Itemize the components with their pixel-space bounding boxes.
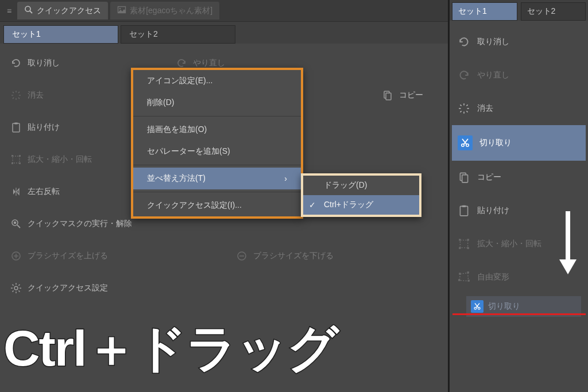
tab-set2-left[interactable]: セット2 (121, 25, 235, 44)
svg-rect-57 (459, 273, 461, 274)
svg-rect-60 (468, 280, 470, 281)
svg-rect-51 (462, 205, 466, 207)
tab-materials[interactable]: 素材[egacoちゃん素材] (110, 2, 219, 20)
scissors-icon (471, 300, 483, 313)
tab-quick-access-label: クイックアクセス (37, 6, 101, 16)
menu-add-separator[interactable]: セパレーターを追加(S) (133, 141, 301, 162)
paste-icon (10, 122, 22, 133)
action-redo-label: やり直し (193, 58, 225, 68)
hamburger-icon[interactable]: ≡ (3, 6, 15, 15)
submenu-ctrl-drag[interactable]: ✓ Ctrl+ドラッグ (303, 195, 419, 215)
copy-icon (382, 90, 393, 101)
svg-rect-52 (460, 240, 467, 247)
tab-set1-left[interactable]: セット1 (3, 25, 118, 44)
r-undo[interactable]: 取り消し (452, 25, 586, 59)
svg-rect-16 (13, 156, 20, 163)
svg-rect-19 (11, 162, 13, 164)
menu-add-draw-color[interactable]: 描画色を追加(O) (133, 119, 301, 141)
svg-line-33 (18, 290, 20, 292)
svg-rect-13 (386, 93, 391, 100)
r-clear[interactable]: 消去 (452, 92, 586, 125)
svg-line-10 (18, 92, 20, 93)
svg-rect-58 (467, 271, 469, 273)
action-undo-label: 取り消し (28, 58, 60, 68)
svg-line-40 (460, 104, 461, 106)
action-brush-up-label: ブラシサイズを上げる (28, 251, 108, 261)
svg-rect-50 (460, 206, 467, 216)
free-transform-icon (458, 271, 470, 284)
r-copy[interactable]: コピー (452, 161, 586, 194)
drag-ghost-label: 切り取り (488, 301, 520, 312)
paste-icon (458, 204, 470, 217)
svg-line-9 (18, 98, 20, 99)
scissors-icon (458, 135, 473, 150)
svg-point-3 (119, 8, 121, 10)
tab-set1-right[interactable]: セット1 (452, 2, 517, 21)
r-cut[interactable]: 切り取り (452, 125, 586, 161)
svg-line-8 (13, 92, 14, 93)
down-arrow-icon (556, 209, 580, 278)
svg-rect-49 (462, 175, 468, 183)
action-brush-down[interactable]: ブラシサイズを下げる (233, 240, 441, 272)
svg-rect-56 (467, 247, 469, 249)
tab-set2-right[interactable]: セット2 (521, 2, 586, 21)
submenu-drag[interactable]: ドラッグ(D) (303, 176, 419, 195)
svg-rect-18 (19, 155, 21, 157)
action-clear-label: 消去 (28, 90, 44, 100)
check-icon: ✓ (309, 200, 316, 209)
undo-icon (10, 57, 22, 69)
tab-materials-label: 素材[egacoちゃん素材] (130, 6, 212, 16)
r-copy-label: コピー (477, 172, 501, 183)
redo-icon (458, 69, 470, 81)
svg-line-35 (13, 290, 14, 292)
tab-quick-access[interactable]: クイックアクセス (17, 2, 108, 20)
clear-icon (458, 102, 470, 115)
brush-up-icon (10, 250, 22, 262)
brush-down-icon (236, 250, 247, 262)
r-cut-label: 切り取り (479, 138, 512, 148)
svg-rect-53 (459, 239, 461, 240)
menu-icon-settings[interactable]: アイコン設定(E)... (133, 70, 301, 92)
flip-h-icon (10, 186, 22, 197)
r-redo-label: やり直し (477, 70, 509, 80)
action-copy-label: コピー (399, 90, 423, 100)
clear-icon (10, 90, 22, 101)
magnify-icon (24, 5, 33, 16)
r-clear-label: 消去 (477, 103, 493, 114)
svg-point-27 (14, 286, 18, 290)
svg-line-1 (30, 11, 32, 13)
chevron-right-icon: › (284, 174, 287, 183)
action-paste-label: 貼り付け (28, 122, 60, 133)
action-transform-label: 拡大・縮小・回転 (28, 154, 92, 165)
svg-point-0 (25, 6, 30, 11)
svg-line-23 (17, 225, 20, 228)
svg-line-42 (466, 104, 467, 106)
svg-line-32 (13, 285, 14, 286)
menu-delete[interactable]: 削除(D) (133, 92, 301, 114)
set-tabs-right: セット1 セット2 (450, 0, 588, 21)
action-brush-up[interactable]: ブラシサイズを上げる (7, 240, 215, 272)
menu-sort-method[interactable]: 並べ替え方法(T) › (133, 168, 301, 189)
context-submenu: ドラッグ(D) ✓ Ctrl+ドラッグ (301, 173, 421, 217)
transform-icon (458, 238, 470, 250)
redo-icon (176, 57, 187, 69)
svg-line-11 (13, 98, 14, 99)
action-quick-mask-label: クイックマスクの実行・解除 (28, 219, 132, 229)
action-qa-settings[interactable]: クイックアクセス設定 (7, 272, 441, 304)
action-qa-settings-label: クイックアクセス設定 (28, 283, 108, 293)
instruction-caption: Ctrl＋ドラッグ (3, 315, 338, 383)
menu-qa-settings[interactable]: クイックアクセス設定(I)... (133, 195, 301, 216)
svg-rect-20 (19, 162, 21, 164)
image-icon (117, 5, 126, 16)
right-panel: セット1 セット2 取り消し やり直し 消去 切り取り (448, 0, 588, 392)
top-tabs: ≡ クイックアクセス 素材[egacoちゃん素材] (0, 0, 448, 22)
r-redo[interactable]: やり直し (452, 59, 586, 92)
quickmask-icon (10, 218, 22, 230)
svg-rect-15 (14, 123, 18, 125)
action-flip-h-label: 左右反転 (28, 187, 60, 197)
svg-rect-14 (13, 123, 20, 132)
menu-separator (133, 165, 301, 165)
svg-rect-17 (11, 155, 13, 157)
svg-line-43 (460, 111, 461, 112)
svg-line-41 (466, 111, 467, 112)
